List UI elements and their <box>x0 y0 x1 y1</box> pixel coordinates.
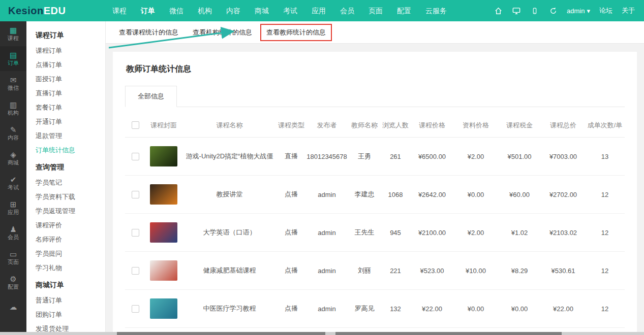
header-checkbox-cell <box>125 121 145 129</box>
nav-item[interactable]: 考试 <box>276 0 304 21</box>
row-checkbox-cell <box>125 229 145 237</box>
cell-view-count: 261 <box>381 153 410 160</box>
app-logo: KesionEDU <box>0 5 105 17</box>
sidebar-item[interactable]: ♟会员 <box>0 220 26 245</box>
apps-icon: ⊞ <box>10 200 17 208</box>
stat-tab[interactable]: 查看课程统计的信息 <box>113 24 185 41</box>
sidebar-item[interactable]: ✎内容 <box>0 121 26 146</box>
cell-course-name: 中医医疗学习教程 <box>182 304 277 313</box>
menu-item[interactable]: 名师评价 <box>26 232 105 247</box>
cell-course-name: 游戏-Unity2D搞定“植物大战僵 <box>182 152 277 161</box>
row-checkbox[interactable] <box>132 267 139 275</box>
nav-item[interactable]: 页面 <box>361 0 390 21</box>
admin-dropdown[interactable]: admin ▾ <box>567 7 590 15</box>
pages-icon: ▭ <box>10 250 17 258</box>
cell-deal-count: 13 <box>585 153 625 160</box>
menu-item[interactable]: 退款管理 <box>26 129 105 143</box>
nav-item[interactable]: 机构 <box>191 0 219 21</box>
sidebar-item-label: 微信 <box>8 85 19 91</box>
column-header: 课程封面 <box>145 121 182 130</box>
menu-item[interactable]: 开通订单 <box>26 115 105 129</box>
nav-item[interactable]: 课程 <box>105 0 134 21</box>
menu-item[interactable]: 学员提问 <box>26 247 105 261</box>
sidebar-item[interactable]: ⚙配置 <box>0 270 26 295</box>
sidebar-item[interactable]: ☁ <box>0 295 26 320</box>
select-all-checkbox[interactable] <box>132 121 139 129</box>
menu-item[interactable]: 学员返现管理 <box>26 204 105 218</box>
row-checkbox[interactable] <box>132 305 139 313</box>
scrollbar-thumb[interactable] <box>117 332 325 335</box>
sidebar-item[interactable]: ✔考试 <box>0 171 26 195</box>
tab-all-info[interactable]: 全部信息 <box>125 86 177 107</box>
menu-item[interactable]: 学员资料下载 <box>26 190 105 204</box>
row-checkbox[interactable] <box>132 191 139 198</box>
menu-item[interactable]: 学员笔记 <box>26 176 105 190</box>
desktop-icon[interactable] <box>512 6 521 15</box>
cell-course-name: 健康减肥基础课程 <box>182 266 277 275</box>
sidebar-item-label: 页面 <box>8 259 19 265</box>
cell-material-price: ¥10.00 <box>454 267 498 275</box>
course-cover-cell <box>145 222 182 243</box>
menu-item[interactable]: 团购订单 <box>26 308 105 322</box>
stat-tab[interactable]: 查看机构统计的信息 <box>187 24 258 41</box>
refresh-icon[interactable] <box>548 6 558 15</box>
nav-item[interactable]: 配置 <box>390 0 418 21</box>
sidebar-item[interactable]: ▭页面 <box>0 245 26 270</box>
cell-course-name: 教授讲堂 <box>182 190 277 199</box>
cell-publisher: admin <box>305 229 348 237</box>
about-link[interactable]: 关于 <box>622 6 635 15</box>
stat-tabs: 查看课程统计的信息查看机构统计的信息查看教师统计的信息 <box>106 21 644 44</box>
table-row: 教授讲堂点播admin李建忠1068¥2642.00¥0.00¥60.00¥27… <box>125 176 625 214</box>
row-checkbox[interactable] <box>132 229 139 237</box>
menu-item[interactable]: 套餐订单 <box>26 100 105 115</box>
cell-course-tax: ¥0.00 <box>498 305 541 313</box>
sidebar-item[interactable]: ⊞应用 <box>0 195 26 220</box>
sidebar-item[interactable]: ▤订单 <box>0 46 26 71</box>
menu-item[interactable]: 点播订单 <box>26 58 105 72</box>
sidebar-item[interactable]: ◈商城 <box>0 146 26 171</box>
column-header: 课程价格 <box>410 121 454 130</box>
menu-item[interactable]: 课程评价 <box>26 218 105 232</box>
cell-course-tax: ¥1.02 <box>498 229 541 237</box>
page-title: 教师订单统计信息 <box>125 62 625 84</box>
menu-item[interactable]: 面授订单 <box>26 72 105 86</box>
scrollbar-thumb[interactable] <box>335 332 562 335</box>
nav-item[interactable]: 会员 <box>333 0 361 21</box>
orders-icon: ▤ <box>10 51 17 59</box>
menu-item[interactable]: 普通订单 <box>26 293 105 308</box>
organization-icon: ▥ <box>10 101 17 109</box>
nav-item[interactable]: 商城 <box>248 0 276 21</box>
sidebar-item-label: 订单 <box>8 60 19 66</box>
row-checkbox-cell <box>125 153 145 160</box>
horizontal-scrollbar[interactable] <box>0 332 644 335</box>
nav-item[interactable]: 内容 <box>219 0 248 21</box>
sidebar-item[interactable]: ▥机构 <box>0 96 26 121</box>
course-cover-image <box>150 260 177 281</box>
menu-item[interactable]: 订单统计信息 <box>26 143 105 157</box>
menu-item[interactable]: 直播订单 <box>26 86 105 100</box>
nav-item[interactable]: 订单 <box>134 0 162 21</box>
nav-item[interactable]: 微信 <box>162 0 191 21</box>
nav-item[interactable]: 云服务 <box>418 0 454 21</box>
forum-link[interactable]: 论坛 <box>599 6 612 15</box>
cell-deal-count: 12 <box>585 191 625 198</box>
home-icon[interactable] <box>494 6 503 15</box>
course-cover-cell <box>145 146 182 166</box>
menu-item[interactable]: 课程订单 <box>26 44 105 58</box>
sidebar-item[interactable]: ✉微信 <box>0 71 26 96</box>
cell-publisher: 18012345678 <box>305 153 348 160</box>
row-checkbox[interactable] <box>132 153 139 160</box>
mobile-icon[interactable] <box>530 6 539 15</box>
sidebar-item[interactable]: ▦课程 <box>0 21 26 46</box>
content-area: 查看课程统计的信息查看机构统计的信息查看教师统计的信息 教师订单统计信息 全部信… <box>106 21 644 335</box>
cell-course-type: 点播 <box>277 304 305 313</box>
stat-tab[interactable]: 查看教师统计的信息 <box>260 24 332 41</box>
nav-item[interactable]: 应用 <box>304 0 333 21</box>
table-row: 大学英语（口语）点播admin王先生945¥2100.00¥2.00¥1.02¥… <box>125 214 625 252</box>
cell-course-total: ¥7003.00 <box>541 153 585 160</box>
column-header: 教师名称 <box>348 121 381 130</box>
menu-item[interactable]: 学习礼物 <box>26 261 105 275</box>
cell-course-price: ¥2642.00 <box>410 191 454 198</box>
table-row: 游戏-Unity2D搞定“植物大战僵直播18012345678王勇261¥650… <box>125 138 625 176</box>
course-cover-image <box>150 146 177 166</box>
